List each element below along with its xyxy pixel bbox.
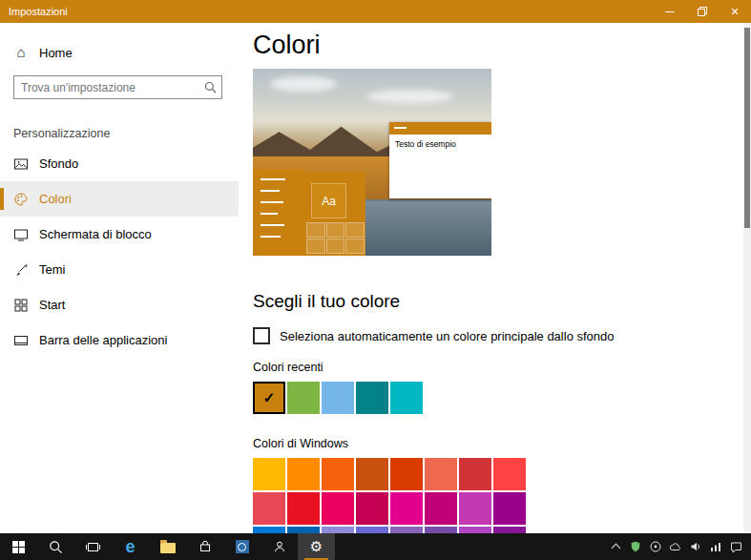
store-button[interactable] xyxy=(186,533,223,560)
sidebar-item-label: Temi xyxy=(39,262,65,277)
recent-color-swatch-1[interactable] xyxy=(287,382,320,414)
restore-button[interactable] xyxy=(686,0,719,23)
search-icon xyxy=(49,540,63,554)
people-button[interactable] xyxy=(261,533,298,560)
close-button[interactable]: ✕ xyxy=(719,0,751,23)
defender-tray-icon[interactable] xyxy=(629,540,642,553)
volume-tray-icon[interactable] xyxy=(689,540,702,553)
titlebar: Impostazioni ✕ xyxy=(0,0,751,23)
windows-color-swatch-2-7[interactable] xyxy=(493,527,526,533)
themes-icon xyxy=(13,262,29,278)
windows-color-swatch-2-6[interactable] xyxy=(459,527,491,533)
recent-colors-row: ✓ xyxy=(253,382,751,414)
edge-button[interactable]: e xyxy=(112,533,149,560)
info-tray-icon[interactable] xyxy=(649,540,662,553)
sidebar: ⌂ Home Personalizzazione Sfondo xyxy=(0,23,239,533)
settings-window: Impostazioni ✕ ⌂ Home Personalizzazione xyxy=(0,0,751,560)
recent-color-swatch-4[interactable] xyxy=(390,382,423,414)
recent-color-swatch-3[interactable] xyxy=(356,382,388,414)
people-icon xyxy=(273,540,286,553)
sidebar-section-label: Personalizzazione xyxy=(13,127,239,141)
recent-colors-label: Colori recenti xyxy=(253,361,751,375)
windows-color-swatch-2-5[interactable] xyxy=(425,527,457,533)
page-title: Colori xyxy=(253,31,751,59)
scrollbar-track[interactable] xyxy=(743,23,751,533)
choose-color-heading: Scegli il tuo colore xyxy=(253,291,751,312)
photos-button[interactable] xyxy=(223,533,261,560)
sidebar-item-label: Barra delle applicazioni xyxy=(39,333,167,347)
task-view-button[interactable] xyxy=(74,533,112,560)
start-button[interactable] xyxy=(0,533,37,560)
windows-color-swatch-2-3[interactable] xyxy=(356,527,388,533)
sidebar-item-start[interactable]: Start xyxy=(0,287,239,322)
windows-colors-grid xyxy=(253,458,751,533)
start-grid-icon xyxy=(13,298,29,313)
windows-color-swatch-1-6[interactable] xyxy=(459,492,491,525)
cloud-shape xyxy=(367,90,453,103)
home-icon: ⌂ xyxy=(13,45,29,60)
windows-color-swatch-0-1[interactable] xyxy=(287,458,320,490)
search-box xyxy=(13,75,222,99)
sidebar-item-barra-applicazioni[interactable]: Barra delle applicazioni xyxy=(0,322,239,358)
onedrive-tray-icon[interactable] xyxy=(669,540,682,553)
sidebar-item-colori[interactable]: Colori xyxy=(0,181,239,217)
windows-color-swatch-2-2[interactable] xyxy=(322,527,354,533)
windows-color-swatch-2-0[interactable] xyxy=(253,527,285,533)
recent-color-swatch-0[interactable]: ✓ xyxy=(253,382,285,414)
file-explorer-icon xyxy=(160,543,176,553)
windows-color-swatch-0-4[interactable] xyxy=(390,458,423,490)
auto-color-row: Seleziona automaticamente un colore prin… xyxy=(253,327,751,344)
search-input[interactable] xyxy=(14,81,200,94)
file-explorer-button[interactable] xyxy=(149,533,186,560)
main-content: Colori Aa xyxy=(239,23,751,533)
windows-color-swatch-0-0[interactable] xyxy=(253,458,285,490)
windows-color-swatch-0-6[interactable] xyxy=(459,458,491,490)
preview-sample-text: Testo di esempio xyxy=(389,135,491,149)
windows-color-swatch-1-1[interactable] xyxy=(287,492,320,525)
windows-logo-icon xyxy=(12,541,25,553)
windows-color-swatch-0-3[interactable] xyxy=(356,458,388,490)
minimize-button[interactable] xyxy=(654,0,686,23)
sidebar-item-temi[interactable]: Temi xyxy=(0,252,239,287)
sidebar-item-schermata-di-blocco[interactable]: Schermata di blocco xyxy=(0,217,239,252)
sidebar-item-home[interactable]: ⌂ Home xyxy=(0,35,239,70)
windows-color-swatch-0-5[interactable] xyxy=(425,458,457,490)
task-view-icon xyxy=(86,540,100,554)
sidebar-item-sfondo[interactable]: Sfondo xyxy=(0,146,239,181)
preview-aa-tile: Aa xyxy=(312,184,345,218)
windows-color-swatch-1-2[interactable] xyxy=(322,492,354,525)
background-icon xyxy=(13,156,29,172)
sidebar-item-label: Start xyxy=(39,298,65,312)
preview-start-menu xyxy=(253,169,305,256)
auto-color-checkbox[interactable] xyxy=(253,327,270,344)
windows-color-swatch-1-5[interactable] xyxy=(425,492,457,525)
preview-sample-window: Testo di esempio xyxy=(389,122,491,198)
windows-color-swatch-2-1[interactable] xyxy=(287,527,320,533)
action-center-icon[interactable] xyxy=(729,540,742,553)
minimize-icon xyxy=(665,11,675,12)
taskbar-search-button[interactable] xyxy=(37,533,74,560)
windows-color-swatch-1-7[interactable] xyxy=(493,492,526,525)
windows-color-swatch-0-2[interactable] xyxy=(322,458,354,490)
chevron-up-icon xyxy=(611,544,620,553)
windows-colors-label: Colori di Windows xyxy=(253,437,751,451)
home-label: Home xyxy=(39,46,73,60)
network-tray-icon[interactable] xyxy=(709,540,722,553)
windows-color-swatch-2-4[interactable] xyxy=(390,527,423,533)
lock-screen-icon xyxy=(13,227,29,242)
recent-color-swatch-2[interactable] xyxy=(322,382,354,414)
selected-accent-bar xyxy=(0,188,4,210)
scrollbar-thumb[interactable] xyxy=(744,28,750,228)
windows-color-swatch-1-4[interactable] xyxy=(390,492,423,525)
windows-color-swatch-0-7[interactable] xyxy=(493,458,526,490)
sidebar-item-label: Colori xyxy=(39,192,72,206)
windows-color-swatch-1-0[interactable] xyxy=(253,492,285,525)
settings-gear-icon: ⚙ xyxy=(310,539,323,554)
store-icon xyxy=(198,540,212,553)
preview-tiles: Aa xyxy=(305,172,365,256)
hidden-icons-chevron[interactable] xyxy=(609,540,622,553)
settings-button[interactable]: ⚙ xyxy=(298,533,335,560)
windows-color-swatch-1-3[interactable] xyxy=(356,492,388,525)
preview-small-tiles xyxy=(306,222,365,255)
search-icon[interactable] xyxy=(200,81,219,93)
